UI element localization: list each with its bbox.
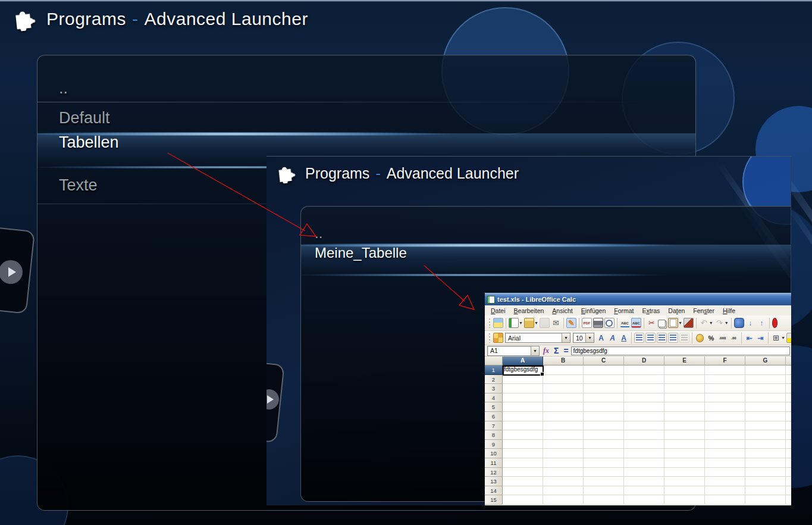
cell-d2[interactable]: [624, 375, 664, 385]
chevron-down-icon[interactable]: ▼: [534, 321, 538, 325]
redo-icon[interactable]: [714, 318, 725, 328]
cell-a15[interactable]: [503, 495, 543, 505]
copy-icon[interactable]: [658, 320, 666, 327]
row-header-8[interactable]: 8: [485, 430, 503, 440]
save-icon[interactable]: [540, 318, 550, 328]
cell-f12[interactable]: [705, 468, 745, 477]
row-header-13[interactable]: 13: [485, 477, 503, 486]
cell-d1[interactable]: [624, 365, 664, 375]
list-item-default[interactable]: Default: [37, 103, 695, 133]
cell-a9[interactable]: [503, 440, 543, 449]
cell-a3[interactable]: [503, 384, 543, 393]
cell-f7[interactable]: [705, 421, 745, 431]
cell-e7[interactable]: [664, 421, 705, 431]
underline-icon[interactable]: [619, 333, 629, 343]
cell-c4[interactable]: [584, 393, 624, 403]
cell-d13[interactable]: [624, 477, 664, 486]
cell-b12[interactable]: [543, 468, 584, 477]
cell-a5[interactable]: [503, 402, 543, 412]
row-header-5[interactable]: 5: [485, 402, 503, 412]
cell-cropped[interactable]: [786, 486, 791, 496]
cell-d7[interactable]: [624, 421, 664, 431]
cell-d6[interactable]: [624, 412, 664, 421]
cell-f8[interactable]: [705, 430, 745, 440]
menu-extras[interactable]: Extras: [638, 307, 664, 315]
menu-fenster[interactable]: Fenster: [689, 307, 719, 315]
row-header-7[interactable]: 7: [485, 421, 503, 431]
chevron-down-icon[interactable]: ▼: [519, 321, 523, 325]
chevron-down-icon[interactable]: ▼: [781, 336, 785, 340]
cell-e2[interactable]: [664, 375, 705, 385]
cell-f3[interactable]: [705, 384, 745, 393]
cell-f14[interactable]: [705, 486, 745, 496]
cell-c8[interactable]: [584, 430, 624, 440]
cell-f4[interactable]: [705, 393, 745, 403]
cell-e5[interactable]: [664, 402, 705, 412]
menu-hilfe[interactable]: Hilfe: [719, 307, 739, 315]
column-header-f[interactable]: F: [705, 357, 745, 365]
cell-f5[interactable]: [705, 402, 745, 412]
formula-input[interactable]: [571, 346, 790, 355]
edit-mode-icon[interactable]: [566, 318, 576, 328]
sum-icon[interactable]: Σ: [554, 346, 559, 355]
cell-g8[interactable]: [745, 430, 786, 440]
cell-g10[interactable]: [745, 449, 786, 458]
cell-cropped[interactable]: [786, 365, 791, 375]
chevron-down-icon[interactable]: ▼: [562, 333, 570, 342]
cell-b10[interactable]: [543, 449, 584, 458]
decrease-indent-icon[interactable]: [744, 333, 754, 343]
cell-f11[interactable]: [705, 458, 745, 468]
cell-b5[interactable]: [543, 402, 584, 412]
cell-cropped[interactable]: [786, 384, 791, 393]
cell-b8[interactable]: [543, 430, 584, 440]
gallery-icon[interactable]: [772, 318, 777, 328]
cell-g6[interactable]: [745, 412, 786, 421]
cell-g2[interactable]: [745, 375, 786, 385]
sheet-corner[interactable]: [485, 357, 503, 365]
cell-a1[interactable]: fdtgbesgsdfg: [503, 365, 543, 375]
currency-icon[interactable]: [695, 333, 705, 343]
cell-cropped[interactable]: [786, 468, 791, 477]
calc-titlebar[interactable]: test.xls - LibreOffice Calc: [485, 293, 791, 305]
cell-e1[interactable]: [664, 365, 705, 375]
cell-g11[interactable]: [745, 458, 786, 468]
cell-d8[interactable]: [624, 430, 664, 440]
export-pdf-icon[interactable]: [582, 318, 592, 328]
font-name-combo[interactable]: Arial ▼: [505, 333, 570, 343]
increase-indent-icon[interactable]: [755, 333, 766, 343]
list-item-meine-tabelle-focused[interactable]: Meine_Tabelle: [301, 245, 791, 276]
cell-e11[interactable]: [664, 458, 705, 468]
cell-d4[interactable]: [624, 393, 664, 403]
cell-a6[interactable]: [503, 412, 543, 421]
cell-e15[interactable]: [664, 495, 705, 505]
cell-cropped[interactable]: [786, 412, 791, 421]
cell-c5[interactable]: [584, 402, 624, 412]
cell-cropped[interactable]: [786, 421, 791, 431]
hyperlink-icon[interactable]: [734, 318, 744, 328]
paste-icon[interactable]: [668, 318, 678, 328]
chevron-down-icon[interactable]: ▼: [531, 346, 539, 355]
formula-icon[interactable]: =: [563, 346, 568, 355]
cell-g7[interactable]: [745, 421, 786, 431]
chevron-down-icon[interactable]: ▼: [725, 321, 729, 325]
cell-b4[interactable]: [543, 393, 584, 403]
cell-c15[interactable]: [584, 495, 624, 505]
cell-g4[interactable]: [745, 393, 786, 403]
row-header-11[interactable]: 11: [485, 458, 503, 468]
cell-b11[interactable]: [543, 458, 584, 468]
function-wizard-icon[interactable]: fx: [543, 346, 549, 355]
cell-b2[interactable]: [543, 375, 584, 385]
column-header-e[interactable]: E: [664, 357, 705, 365]
list-item-up[interactable]: ..: [301, 221, 791, 246]
font-size-combo[interactable]: 10 ▼: [573, 333, 594, 343]
italic-icon[interactable]: [607, 333, 617, 343]
borders-icon[interactable]: [771, 333, 781, 343]
column-header-g[interactable]: G: [745, 357, 786, 365]
cut-icon[interactable]: [647, 318, 657, 328]
align-justify-icon[interactable]: [668, 333, 678, 343]
row-header-4[interactable]: 4: [485, 393, 503, 403]
cell-c13[interactable]: [584, 477, 624, 486]
cell-a10[interactable]: [503, 449, 543, 458]
list-item-up[interactable]: ..: [37, 73, 695, 103]
cell-c12[interactable]: [584, 468, 624, 477]
